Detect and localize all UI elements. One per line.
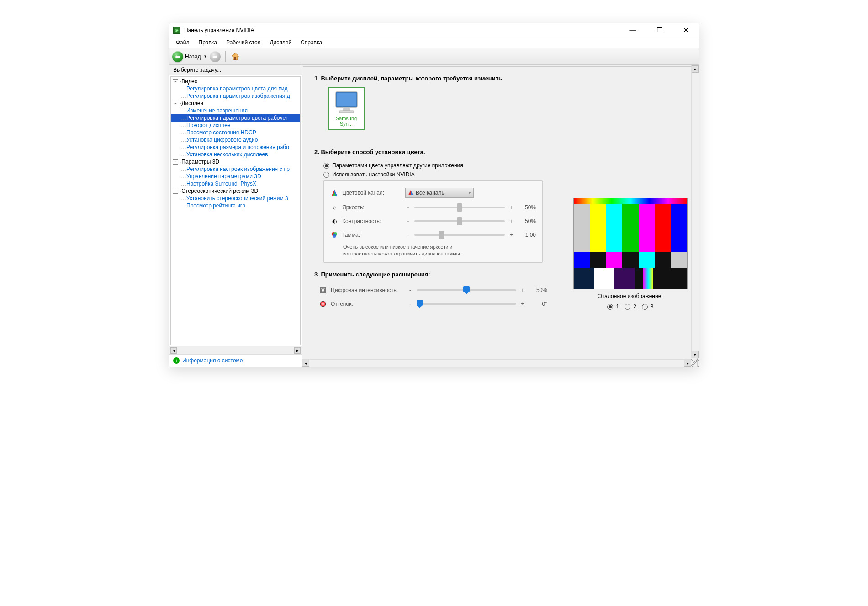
hue-slider[interactable] [417, 300, 516, 308]
resize-grip[interactable] [691, 359, 699, 367]
minimize-button[interactable]: — [624, 26, 642, 34]
channel-dd-icon [408, 190, 414, 196]
tree-item[interactable]: …Просмотр рейтинга игр [171, 202, 300, 209]
main-h-scrollbar[interactable]: ◂ ▸ [302, 359, 691, 367]
back-button[interactable]: ⬅ [172, 51, 183, 62]
sidebar-h-scrollbar[interactable]: ◀ ▶ [169, 346, 302, 354]
scroll-right-icon[interactable]: ▶ [294, 347, 301, 354]
ref-radio-3[interactable]: 3 [642, 302, 654, 311]
channel-value: Все каналы [416, 190, 445, 196]
tree-item[interactable]: …Регулировка размера и положения рабо [171, 144, 300, 151]
contrast-value: 50% [518, 218, 536, 224]
collapse-icon[interactable]: − [173, 101, 178, 106]
titlebar[interactable]: ◉ Панель управления NVIDIA — ☐ ✕ [169, 23, 699, 37]
gamma-row: Гамма: - + 1.00 [330, 228, 536, 242]
scroll-left-icon[interactable]: ◀ [170, 347, 177, 354]
back-dropdown-icon[interactable]: ▼ [203, 54, 207, 58]
gamma-value: 1.00 [518, 232, 536, 238]
tree-item-label: Регулировка параметров изображения д [186, 93, 290, 99]
tree-item[interactable]: …Регулировка параметров цвета для вид [171, 85, 300, 92]
tree-item-label: Изменение разрешения [186, 107, 248, 114]
menu-help[interactable]: Справка [297, 38, 326, 47]
tree-item[interactable]: …Просмотр состояния HDCP [171, 129, 300, 136]
system-info-link[interactable]: Информация о системе [182, 357, 243, 364]
tree-group[interactable]: −·Параметры 3D [171, 158, 300, 165]
collapse-icon[interactable]: − [173, 189, 178, 194]
close-button[interactable]: ✕ [677, 26, 695, 34]
tree-item[interactable]: …Установить стереоскопический режим 3 [171, 195, 300, 202]
svg-marker-10 [411, 190, 413, 195]
tree-item[interactable]: …Поворот дисплея [171, 122, 300, 129]
tree-item-label: Просмотр рейтинга игр [186, 202, 245, 209]
scroll-up-icon[interactable]: ▴ [692, 65, 699, 73]
intensity-value: 50% [529, 287, 547, 293]
tree-item[interactable]: …Регулировка параметров цвета рабочег [171, 114, 300, 122]
tree-item-label: Установка цифрового аудио [186, 137, 258, 143]
svg-text:V: V [321, 287, 325, 293]
intensity-icon: V [319, 286, 327, 294]
contrast-slider[interactable] [414, 217, 505, 225]
tree-item[interactable]: …Установка нескольких дисплеев [171, 151, 300, 158]
sidebar-header: Выберите задачу... [169, 65, 302, 75]
tree-group[interactable]: −·Стереоскопический режим 3D [171, 187, 300, 195]
tree-item[interactable]: …Регулировка настроек изображения с пр [171, 165, 300, 173]
ref-radio-2[interactable]: 2 [625, 302, 636, 311]
brightness-slider[interactable] [414, 203, 505, 212]
radio-label: Параметрами цвета управляют другие прило… [332, 162, 463, 169]
menu-desktop[interactable]: Рабочий стол [222, 38, 264, 47]
color-settings-box: Цветовой канал: Все каналы ▼ ☼ Яркость: [323, 180, 543, 263]
tree-item-label: Установка нескольких дисплеев [186, 151, 268, 158]
radio-icon [625, 304, 630, 310]
brightness-label: Яркость: [342, 204, 402, 211]
scroll-right-icon[interactable]: ▸ [684, 360, 691, 367]
ref-radio-1[interactable]: 1 [607, 302, 619, 311]
brightness-row: ☼ Яркость: - + 50% [330, 201, 536, 214]
channel-dropdown[interactable]: Все каналы ▼ [405, 188, 474, 198]
gamma-label: Гамма: [342, 232, 402, 238]
collapse-icon[interactable]: − [173, 79, 178, 84]
scroll-down-icon[interactable]: ▾ [692, 351, 699, 358]
maximize-button[interactable]: ☐ [650, 26, 668, 34]
menu-display[interactable]: Дисплей [266, 38, 295, 47]
tree-item[interactable]: …Установка цифрового аудио [171, 136, 300, 144]
tree-group[interactable]: −·Видео [171, 78, 300, 85]
gamma-slider[interactable] [414, 231, 505, 239]
display-name: Samsung Syn... [332, 116, 361, 127]
tree-item-label: Поворот дисплея [186, 122, 231, 128]
hue-value: 0° [529, 301, 547, 307]
intensity-row: V Цифровая интенсивность: - + 50% [319, 283, 547, 297]
gamma-icon [330, 231, 339, 239]
tree-item-label: Просмотр состояния HDCP [186, 129, 256, 136]
contrast-row: ◐ Контрастность: - + 50% [330, 214, 536, 228]
scroll-left-icon[interactable]: ◂ [302, 360, 309, 367]
tree-item-label: Регулировка настроек изображения с пр [186, 166, 290, 172]
intensity-slider[interactable] [417, 286, 516, 294]
menu-edit[interactable]: Правка [195, 38, 221, 47]
window-title: Панель управления NVIDIA [184, 27, 624, 33]
svg-rect-1 [234, 57, 236, 60]
radio-other-apps[interactable]: Параметрами цвета управляют другие прило… [323, 161, 686, 170]
menu-file[interactable]: Файл [172, 38, 193, 47]
tree-item[interactable]: …Управление параметрами 3D [171, 173, 300, 180]
home-button[interactable] [230, 52, 240, 62]
tree-group[interactable]: −·Дисплей [171, 100, 300, 107]
collapse-icon[interactable]: − [173, 159, 178, 165]
chevron-down-icon: ▼ [468, 191, 471, 195]
main-v-scrollbar[interactable]: ▴ ▾ [691, 65, 699, 358]
tree-group-label: Дисплей [181, 100, 203, 106]
tree-item[interactable]: …Изменение разрешения [171, 107, 300, 114]
toolbar-separator [225, 51, 226, 62]
radio-label: Использовать настройки NVIDIA [332, 171, 415, 178]
back-label: Назад [185, 53, 201, 60]
main-panel: 1. Выберите дисплей, параметры которого … [302, 65, 699, 367]
radio-nvidia[interactable]: Использовать настройки NVIDIA [323, 170, 686, 179]
display-tile[interactable]: Samsung Syn... [328, 87, 365, 130]
tree-item[interactable]: …Регулировка параметров изображения д [171, 92, 300, 100]
task-tree[interactable]: −·Видео…Регулировка параметров цвета для… [170, 76, 301, 345]
svg-rect-4 [343, 108, 350, 111]
hue-row: Оттенок: - + 0° [319, 297, 547, 311]
svg-rect-5 [339, 111, 354, 113]
tree-item[interactable]: …Настройка Surround, PhysX [171, 180, 300, 187]
forward-button[interactable]: ➡ [210, 51, 221, 62]
section1-title: 1. Выберите дисплей, параметры которого … [314, 75, 686, 82]
